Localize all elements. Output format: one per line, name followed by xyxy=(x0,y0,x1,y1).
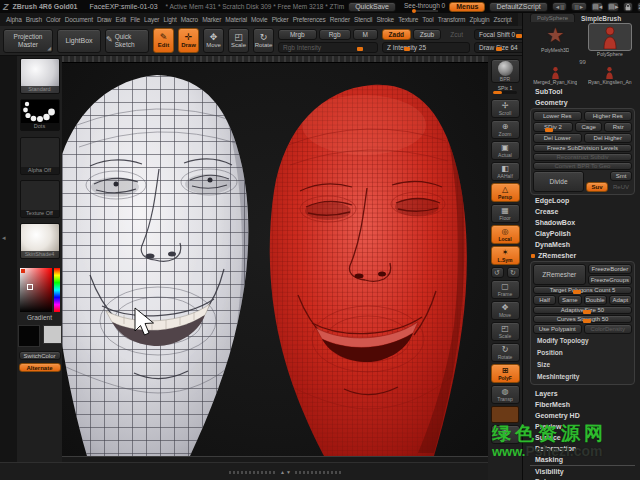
solo-toggle[interactable]: ◉ Solo xyxy=(491,425,520,444)
mrgb-button[interactable]: Mrgb xyxy=(278,29,317,40)
current-brush-thumbnail[interactable]: Standard xyxy=(20,58,60,94)
color-density-slider[interactable]: ColorDensity xyxy=(584,324,633,334)
recent-tool-merged[interactable]: Merged_Ryan_King xyxy=(530,66,581,86)
color-picker[interactable] xyxy=(20,268,60,312)
section-visibility[interactable]: Visibility xyxy=(530,465,635,476)
use-polypaint-toggle[interactable]: Use Polypaint xyxy=(533,324,582,334)
lightbox-button[interactable]: LightBox xyxy=(57,29,101,53)
curves-strength-slider[interactable]: Curves Strength 50 xyxy=(533,315,632,323)
transp-toggle[interactable]: ◍ Transp xyxy=(491,385,520,404)
spin-right-icon[interactable]: ↻ xyxy=(507,267,520,278)
menu-draw[interactable]: Draw xyxy=(97,16,111,23)
menu-texture[interactable]: Texture xyxy=(398,16,418,23)
suv-toggle[interactable]: Suv xyxy=(586,182,608,192)
section-crease[interactable]: Crease xyxy=(530,206,635,217)
tab-polysphere[interactable]: PolySphere xyxy=(530,13,575,22)
reuv-button[interactable]: ReUV xyxy=(610,182,632,192)
del-lower-button[interactable]: Del Lower xyxy=(533,133,582,143)
target-polygons-slider[interactable]: Target Polygons Count 5 xyxy=(533,286,632,294)
zremesher-section-header[interactable]: ZRemesher xyxy=(530,250,635,261)
sculpt-viewport[interactable] xyxy=(62,63,488,457)
menu-document[interactable]: Document xyxy=(65,16,93,23)
hue-strip[interactable] xyxy=(54,268,60,312)
local-toggle[interactable]: ◎ Local xyxy=(491,225,520,244)
smt-toggle[interactable]: Smt xyxy=(610,171,632,181)
zoom-button[interactable]: ⊕ Zoom xyxy=(491,120,520,139)
menu-light[interactable]: Light xyxy=(164,16,177,23)
rgb-button[interactable]: Rgb xyxy=(319,29,351,40)
draw-mode-button[interactable]: ✛ Draw xyxy=(178,28,199,53)
document-top-strip[interactable] xyxy=(62,56,488,63)
half-button[interactable]: Half xyxy=(533,295,556,305)
section-deformation[interactable]: Deformation xyxy=(530,443,635,454)
alternate-button[interactable]: Alternate xyxy=(19,363,61,372)
z-intensity-handle[interactable] xyxy=(404,47,410,51)
lsym-toggle[interactable]: ✶ L.Sym xyxy=(491,246,520,265)
stroke-type-thumbnail[interactable]: Dots xyxy=(20,99,60,131)
modify-topology-subsection[interactable]: Modify Topology xyxy=(533,335,632,346)
tool-polysphere-selected[interactable]: PolySphere xyxy=(585,23,636,58)
menu-stroke[interactable]: Stroke xyxy=(376,16,394,23)
quick-sketch-button[interactable]: ✎ Quick Sketch xyxy=(105,29,149,53)
menu-marker[interactable]: Marker xyxy=(202,16,221,23)
history-forward-button[interactable]: |||► xyxy=(571,2,587,11)
section-masking[interactable]: Masking xyxy=(530,454,635,465)
divide-button[interactable]: Divide xyxy=(533,171,584,192)
rgb-intensity-slider[interactable]: Rgb Intensity xyxy=(278,42,378,53)
bpr-render-button[interactable]: BPR xyxy=(491,59,520,83)
rgb-intensity-handle[interactable] xyxy=(357,47,363,51)
zadd-button[interactable]: Zadd xyxy=(382,29,411,40)
menu-preferences[interactable]: Preferences xyxy=(293,16,326,23)
m-button[interactable]: M xyxy=(353,29,378,40)
subtool-section-header[interactable]: SubTool xyxy=(530,86,635,97)
quicksave-button[interactable]: QuickSave xyxy=(348,2,396,12)
spin-left-icon[interactable]: ↺ xyxy=(491,267,504,278)
section-shadowbox[interactable]: ShadowBox xyxy=(530,217,635,228)
menu-brush[interactable]: Brush xyxy=(26,16,42,23)
geometry-section-header[interactable]: Geometry xyxy=(530,97,635,108)
seethrough-handle[interactable] xyxy=(412,9,416,13)
lock-icon[interactable] xyxy=(623,2,633,12)
menu-file[interactable]: File xyxy=(130,16,140,23)
section-surface[interactable]: Surface xyxy=(530,432,635,443)
menu-stencil[interactable]: Stencil xyxy=(354,16,372,23)
zsub-button[interactable]: Zsub xyxy=(413,29,442,40)
target-polygons-handle[interactable] xyxy=(573,290,581,294)
menu-zscript[interactable]: Zscript xyxy=(494,16,512,23)
adaptive-size-slider[interactable]: AdaptiveSize 50 xyxy=(533,306,632,314)
section-preview[interactable]: Preview xyxy=(530,421,635,432)
scale-3d-button[interactable]: ◰ Scale xyxy=(491,322,520,341)
sdiv-slider[interactable]: SDiv 2 xyxy=(533,122,573,132)
section-dynamesh[interactable]: DynaMesh xyxy=(530,239,635,250)
lower-res-button[interactable]: Lower Res xyxy=(533,111,582,121)
section-fibermesh[interactable]: FiberMesh xyxy=(530,399,635,410)
menu-alpha[interactable]: Alpha xyxy=(6,16,22,23)
curves-strength-handle[interactable] xyxy=(583,319,591,323)
spix-slider[interactable]: SPix 1 xyxy=(491,85,520,97)
menu-picker[interactable]: Picker xyxy=(272,16,289,23)
move-3d-button[interactable]: ✥ Move xyxy=(491,301,520,320)
menus-button[interactable]: Menus xyxy=(449,2,485,12)
polyframe-toggle[interactable]: ⊞ PolyF xyxy=(491,364,520,383)
tool-polymesh3d[interactable]: ★ PolyMesh3D xyxy=(530,23,581,54)
left-tray-toggle-icon[interactable]: ▤◂ xyxy=(591,2,603,12)
material-thumbnail[interactable]: SkinShade4 xyxy=(20,223,60,259)
convert-bpr-button[interactable]: Convert BPR To Geo xyxy=(533,162,632,170)
restore-color-swatch[interactable] xyxy=(21,269,25,273)
rotate-3d-button[interactable]: ↻ Rotate xyxy=(491,343,520,362)
scroll-button[interactable]: ✢ Scroll xyxy=(491,99,520,118)
menu-material[interactable]: Material xyxy=(225,16,247,23)
main-color-swatch[interactable] xyxy=(18,325,40,347)
move-mode-button[interactable]: ✥ Move xyxy=(203,28,224,53)
alpha-thumbnail[interactable]: Alpha Off xyxy=(20,137,60,175)
edit-mode-button[interactable]: ✎ Edit xyxy=(153,28,174,53)
left-tray-divider[interactable]: ◂ xyxy=(0,56,18,480)
texture-thumbnail[interactable]: Texture Off xyxy=(20,180,60,218)
menu-transform[interactable]: Transform xyxy=(438,16,466,23)
seethrough-slider[interactable]: See-through 0 xyxy=(404,2,445,12)
rstr-button[interactable]: Rstr xyxy=(604,122,632,132)
section-claypolish[interactable]: ClayPolish xyxy=(530,228,635,239)
section-geometry-hd[interactable]: Geometry HD xyxy=(530,410,635,421)
same-button[interactable]: Same xyxy=(558,295,581,305)
freeze-groups-toggle[interactable]: FreezeGroups xyxy=(588,275,632,285)
